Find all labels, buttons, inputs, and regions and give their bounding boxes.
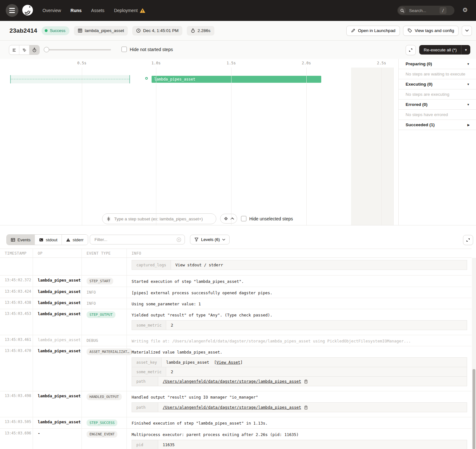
chevron-down-icon: ▼ [467,62,470,66]
gantt-step-bar[interactable]: lambda_pipes_asset [152,76,321,83]
view-tags-config-button[interactable]: View tags and config [403,26,459,36]
nav-item-deployment[interactable]: Deployment [114,8,145,13]
log-scrollbar[interactable] [472,258,476,449]
column-header: EVENT TYPE [82,249,127,257]
tab-label: Events [17,238,30,242]
step-status-panel: Preparing (0)▼No steps are waiting to ex… [398,59,476,225]
op-cell: lambda_pipes_asset [33,346,82,391]
hide-not-started-checkbox[interactable] [121,47,127,52]
status-section-title: Succeeded (1) [406,122,435,127]
event-type-cell: INFO [82,287,127,298]
tab-events[interactable]: Events [7,235,35,245]
dagster-logo-icon[interactable] [21,4,34,17]
status-section-body: No steps have errored [399,110,476,120]
op-cell: lambda_pipes_asset [33,309,82,335]
op-selector-icon [106,217,111,221]
hide-unselected-checkbox[interactable] [241,216,246,221]
log-row: captured_logsView stdout / stderr [0,258,472,276]
log-scrollbar-thumb[interactable] [473,369,475,449]
chevron-right-icon: ▶ [467,123,470,127]
timestamp-cell: 13:45:03.498 [0,391,33,417]
search-input[interactable] [408,8,439,13]
run-chip-label: 2.286s [198,28,211,33]
events-expand-button[interactable] [463,235,473,245]
run-chip-label: lambda_pipes_asset [85,28,124,33]
info-cell: Multiprocess executor: parent process ex… [127,429,472,449]
log-filter-box[interactable] [90,235,185,244]
status-section-title: Errored (0) [406,102,427,107]
timestamp-cell: 13:45:03.438 [0,298,33,309]
open-in-launchpad-button[interactable]: Open in Launchpad [346,26,400,36]
log-filter-input[interactable] [94,237,176,242]
metadata-path-link[interactable]: /Users/alangenfeld/data/dagster/storage/… [163,405,301,410]
run-chip-2: 2.286s [187,26,214,36]
metadata-row: path/Users/alangenfeld/data/dagster/stor… [132,403,467,412]
reexecute-caret-icon[interactable]: ▼ [461,48,470,52]
chevron-down-icon: ▼ [467,103,470,106]
reexecute-all-button[interactable]: Re-execute all (*) ▼ [419,45,470,55]
gridline [306,68,307,225]
waterfall-view-button[interactable] [19,45,29,55]
gantt-waiting-box [10,75,130,83]
status-section-3[interactable]: Succeeded (1)▶ [399,120,476,130]
terminal-icon [39,238,43,242]
gantt-toolbar: Hide not started steps Re-execute all (*… [0,41,476,59]
event-type-text: INFO [87,301,96,306]
log-row: 13:45:02.372lambda_pipes_assetSTEP_START… [0,276,472,287]
status-section-2[interactable]: Errored (0)▼ [399,100,476,110]
axis-tick-label: 2.5s [372,61,391,65]
gantt-view-mode-group [9,45,40,55]
view-asset-link[interactable]: View Asset [217,360,240,365]
expand-icon [408,48,413,52]
expand-collapse-steps-button[interactable] [220,214,237,224]
warning-icon [66,238,70,242]
nav-item-runs[interactable]: Runs [70,8,82,13]
info-cell: Started execution of step "lambda_pipes_… [127,276,472,287]
zoom-slider-knob[interactable] [44,47,49,52]
log-row: 13:45:03.505lambda_pipes_assetSTEP_SUCCE… [0,417,472,429]
timestamp-cell: 13:45:03.424 [0,287,33,298]
step-subset-input[interactable] [114,216,212,222]
metadata-row: path/Users/alangenfeld/data/dagster/stor… [132,377,467,386]
metadata-key: path [132,403,158,412]
hamburger-menu-icon[interactable] [6,4,18,17]
step-subset-box[interactable] [102,213,216,224]
run-header-more-button[interactable] [462,26,472,36]
status-section-0[interactable]: Preparing (0)▼ [399,59,476,69]
levels-dropdown[interactable]: Levels (6) [190,235,230,244]
column-header: TIMESTAMP [0,249,33,257]
event-type-badge: STEP_SUCCESS [87,420,117,426]
gantt-expand-button[interactable] [406,45,416,55]
run-chips: lambda_pipes_assetDec 4, 1:45:01 PM2.286… [74,26,214,36]
gridline [82,68,82,225]
flat-view-button[interactable] [9,45,19,55]
op-cell: lambda_pipes_asset [33,335,82,346]
metadata-key: captured_logs [132,260,171,270]
event-type-cell: STEP_START [82,276,127,287]
metadata-path-link[interactable]: /Users/alangenfeld/data/dagster/storage/… [163,379,301,384]
status-section-body: No steps are executing [399,89,476,100]
search-box[interactable]: / [397,6,454,15]
tab-stdout[interactable]: stdout [35,235,62,245]
run-id: 23ab2414 [10,27,37,34]
event-type-cell: ENGINE_EVENT [82,429,127,449]
nav-item-overview[interactable]: Overview [42,8,61,13]
nav-item-assets[interactable]: Assets [91,8,104,13]
log-message: [pipes] external process successfully op… [132,289,467,296]
log-message: Handled output "result" using IO manager… [132,394,467,400]
status-section-1[interactable]: Executing (0)▼ [399,79,476,89]
tab-stderr[interactable]: stderr [62,235,88,245]
event-type-badge: STEP_START [87,278,113,284]
log-row: 13:45:03.424lambda_pipes_assetINFO[pipes… [0,287,472,298]
metadata-table: path/Users/alangenfeld/data/dagster/stor… [132,402,467,412]
metadata-value-text: 11635 [163,442,175,447]
zoom-slider[interactable] [44,49,111,50]
gear-icon[interactable]: ⚙ [462,6,468,14]
log-message: Materialized value lambda_pipes_asset. [132,348,467,355]
op-cell: lambda_pipes_asset [33,287,82,298]
clear-filter-icon[interactable] [176,237,181,242]
event-type-badge: HANDLED_OUTPUT [87,394,122,400]
event-type-cell: ASSET_MATERIALIZAT… [82,346,127,391]
log-message: Writing file at: /Users/alangenfeld/data… [132,337,467,344]
timed-view-button[interactable] [29,45,39,55]
